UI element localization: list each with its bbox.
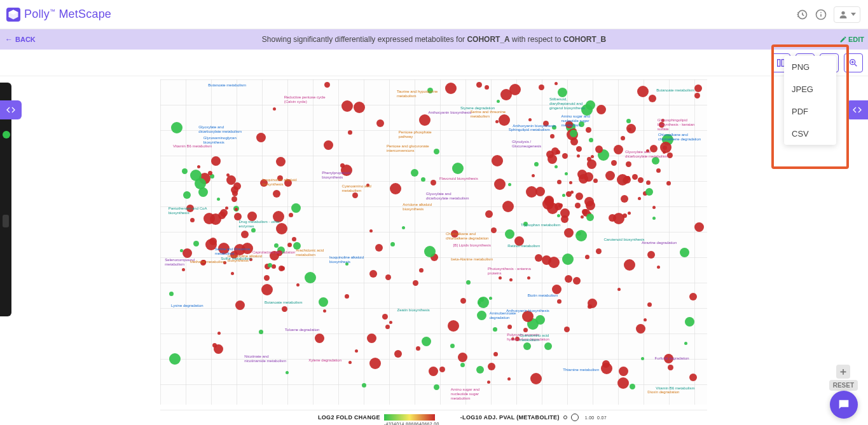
metabolite-node[interactable] xyxy=(649,95,656,102)
metabolite-node[interactable] xyxy=(493,327,497,332)
metabolite-node[interactable] xyxy=(557,299,561,304)
metabolite-node[interactable] xyxy=(476,82,482,88)
metabolite-node[interactable] xyxy=(315,334,324,343)
metabolite-node[interactable] xyxy=(507,377,511,381)
metabolite-node[interactable] xyxy=(476,366,484,374)
metabolite-node[interactable] xyxy=(354,102,365,113)
metabolite-node[interactable] xyxy=(460,363,465,367)
back-button[interactable]: ← BACK xyxy=(5,35,36,44)
metabolite-node[interactable] xyxy=(197,165,200,168)
metabolite-node[interactable] xyxy=(208,171,212,175)
metabolite-node[interactable] xyxy=(424,246,436,257)
metabolite-node[interactable] xyxy=(576,146,582,152)
metabolite-node[interactable] xyxy=(190,170,202,181)
metabolite-node[interactable] xyxy=(264,275,270,281)
metabolite-node[interactable] xyxy=(390,242,395,246)
metabolite-node[interactable] xyxy=(319,297,328,307)
metabolite-node[interactable] xyxy=(499,276,502,280)
metabolite-node[interactable] xyxy=(289,213,293,217)
metabolite-node[interactable] xyxy=(183,248,192,258)
metabolite-node[interactable] xyxy=(217,198,220,201)
metabolite-node[interactable] xyxy=(452,163,464,174)
metabolite-node[interactable] xyxy=(626,119,631,123)
metabolite-node[interactable] xyxy=(183,191,191,199)
metabolite-node[interactable] xyxy=(585,255,589,259)
metabolite-node[interactable] xyxy=(193,241,199,246)
metabolite-node[interactable] xyxy=(413,280,418,286)
chat-widget[interactable] xyxy=(830,391,858,419)
metabolite-node[interactable] xyxy=(684,342,687,345)
metabolite-node[interactable] xyxy=(355,349,358,353)
metabolite-node[interactable] xyxy=(646,180,651,185)
metabolite-node[interactable] xyxy=(577,154,580,158)
metabolite-node[interactable] xyxy=(587,159,596,169)
metabolite-node[interactable] xyxy=(505,229,514,239)
metabolite-node[interactable] xyxy=(256,133,266,142)
metabolite-node[interactable] xyxy=(169,353,181,365)
metabolite-node[interactable] xyxy=(614,145,623,154)
metabolite-node[interactable] xyxy=(385,325,390,329)
history-icon[interactable] xyxy=(796,8,808,21)
metabolite-node[interactable] xyxy=(570,138,578,145)
metabolite-node[interactable] xyxy=(530,373,542,384)
metabolite-node[interactable] xyxy=(550,134,555,138)
metabolite-node[interactable] xyxy=(421,177,425,182)
metabolite-node[interactable] xyxy=(274,243,279,248)
metabolite-node[interactable] xyxy=(369,358,381,369)
metabolite-node[interactable] xyxy=(291,203,301,213)
metabolite-node[interactable] xyxy=(497,100,500,103)
metabolite-node[interactable] xyxy=(534,162,539,166)
metabolite-node[interactable] xyxy=(535,254,542,262)
metabolite-node[interactable] xyxy=(668,365,673,370)
metabolite-node[interactable] xyxy=(466,280,471,285)
metabolite-node[interactable] xyxy=(280,266,285,271)
metabolite-node[interactable] xyxy=(619,367,628,376)
metabolite-node[interactable] xyxy=(232,191,238,196)
metabolite-node[interactable] xyxy=(575,203,581,208)
metabolite-node[interactable] xyxy=(352,192,358,198)
metabolite-node[interactable] xyxy=(434,384,439,390)
metabolite-node[interactable] xyxy=(375,244,383,252)
metabolite-node[interactable] xyxy=(565,172,568,175)
metabolite-node[interactable] xyxy=(226,173,230,177)
metabolite-node[interactable] xyxy=(644,318,647,321)
export-png[interactable]: PNG xyxy=(784,56,836,78)
zoom-in-button[interactable]: ＋ xyxy=(836,365,850,379)
metabolite-node[interactable] xyxy=(694,222,704,232)
metabolite-node[interactable] xyxy=(557,214,560,217)
metabolite-node[interactable] xyxy=(268,263,272,267)
metabolite-node[interactable] xyxy=(647,302,652,307)
metabolite-node[interactable] xyxy=(241,231,249,238)
metabolite-node[interactable] xyxy=(596,105,606,114)
metabolite-node[interactable] xyxy=(341,100,353,112)
metabolite-node[interactable] xyxy=(382,314,388,320)
metabolite-node[interactable] xyxy=(621,136,625,140)
metabolite-node[interactable] xyxy=(570,130,577,137)
metabolite-node[interactable] xyxy=(586,213,594,221)
metabolite-node[interactable] xyxy=(419,268,424,273)
metabolite-node[interactable] xyxy=(617,174,628,186)
metabolite-node[interactable] xyxy=(448,320,459,332)
info-icon[interactable] xyxy=(815,8,827,21)
export-jpeg[interactable]: JPEG xyxy=(784,78,836,100)
metabolite-node[interactable] xyxy=(694,93,700,98)
metabolite-node[interactable] xyxy=(601,363,612,374)
metabolite-node[interactable] xyxy=(637,86,649,97)
metabolite-node[interactable] xyxy=(500,89,512,100)
metabolite-node[interactable] xyxy=(657,266,660,269)
metabolite-node[interactable] xyxy=(685,317,694,327)
metabolite-node[interactable] xyxy=(492,155,503,166)
metabolite-node[interactable] xyxy=(557,180,561,184)
metabolite-node[interactable] xyxy=(565,275,572,283)
metabolite-node[interactable] xyxy=(564,327,570,332)
metabolite-node[interactable] xyxy=(390,183,401,194)
metabolite-node[interactable] xyxy=(502,201,514,212)
metabolite-node[interactable] xyxy=(523,342,531,350)
metabolite-node[interactable] xyxy=(561,215,568,223)
metabolite-node[interactable] xyxy=(487,381,490,384)
metabolite-node[interactable] xyxy=(617,377,629,389)
metabolite-node[interactable] xyxy=(369,270,377,278)
metabolite-node[interactable] xyxy=(527,276,530,280)
metabolite-node[interactable] xyxy=(579,174,588,184)
metabolite-node[interactable] xyxy=(273,107,276,111)
